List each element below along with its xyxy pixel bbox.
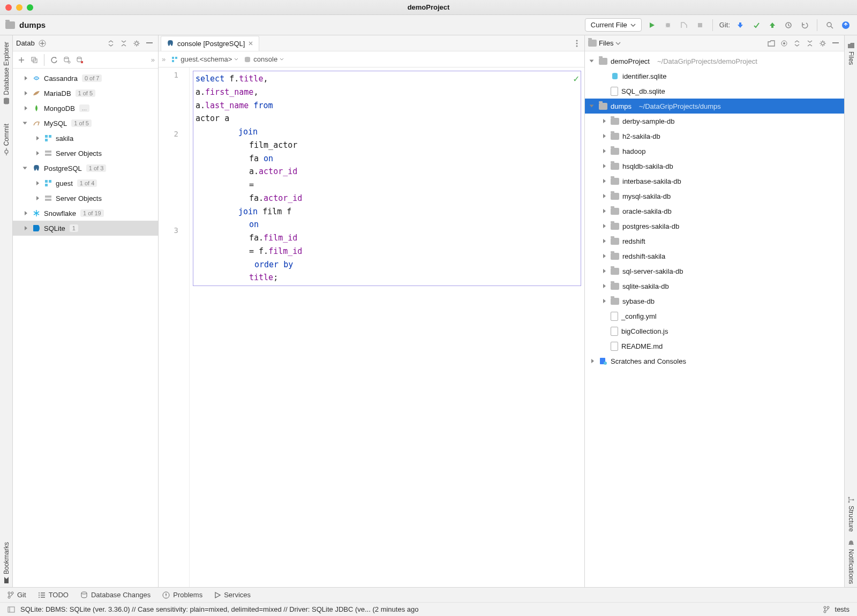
- caret-icon[interactable]: [35, 181, 41, 186]
- file-tree-item-mysql-sakila-db[interactable]: mysql-sakila-db: [585, 189, 844, 204]
- db-tree-item-mariadb[interactable]: MariaDB1 of 5: [13, 86, 158, 101]
- caret-icon[interactable]: [24, 76, 29, 81]
- branch-icon[interactable]: [823, 606, 830, 613]
- files-settings-button[interactable]: [817, 38, 828, 49]
- tab-menu-button[interactable]: [572, 38, 582, 49]
- caret-icon[interactable]: [602, 178, 607, 184]
- caret-icon[interactable]: [590, 58, 596, 64]
- caret-icon[interactable]: [590, 103, 596, 109]
- hide-panel-button[interactable]: [144, 38, 155, 49]
- file-tree-item-redshift-sakila[interactable]: redshift-sakila: [585, 249, 844, 264]
- breadcrumb-project[interactable]: dumps: [19, 20, 46, 29]
- history-button[interactable]: [783, 19, 794, 31]
- run-config-selector[interactable]: Current File: [585, 18, 642, 32]
- database-explorer-tool-button[interactable]: Database Explorer: [2, 39, 11, 108]
- caret-icon[interactable]: [24, 226, 29, 231]
- caret-icon[interactable]: [602, 133, 607, 139]
- notifications-tool-button[interactable]: Notifications: [846, 536, 856, 587]
- file-tree-item-bigcollection-js[interactable]: bigCollection.js: [585, 324, 844, 339]
- datasource-properties-button[interactable]: [62, 55, 72, 65]
- db-tree-item-server-objects[interactable]: Server Objects: [13, 191, 158, 206]
- file-tree-item-interbase-sakila-db[interactable]: interbase-sakila-db: [585, 174, 844, 189]
- close-window-button[interactable]: [5, 4, 12, 11]
- problems-tool-button[interactable]: Problems: [162, 591, 202, 599]
- caret-icon[interactable]: [602, 163, 607, 169]
- bookmarks-tool-button[interactable]: Bookmarks: [2, 539, 11, 587]
- maximize-window-button[interactable]: [27, 4, 33, 11]
- open-file-button[interactable]: [766, 38, 777, 49]
- file-tree-item--config-yml[interactable]: _config.yml: [585, 309, 844, 324]
- chevron-down-icon[interactable]: [615, 41, 621, 46]
- expand-all-button[interactable]: [106, 38, 116, 49]
- caret-icon[interactable]: [24, 106, 29, 111]
- editor-body[interactable]: 1 2 3 ✓ select f.title, a.first_name, a.…: [159, 67, 584, 587]
- console-selector[interactable]: console: [244, 55, 284, 63]
- file-tree-item-sql-server-sakila-db[interactable]: sql-server-sakila-db: [585, 264, 844, 279]
- search-button[interactable]: [824, 19, 836, 31]
- caret-icon[interactable]: [24, 121, 29, 126]
- hide-files-panel-button[interactable]: [830, 38, 841, 49]
- db-tree-item-server-objects[interactable]: Server Objects: [13, 146, 158, 161]
- file-tree-item-demoproject[interactable]: demoProject~/DataGripProjects/demoProjec…: [585, 54, 844, 69]
- structure-tool-button[interactable]: Structure: [846, 493, 856, 535]
- caret-icon[interactable]: [602, 283, 607, 289]
- refresh-button[interactable]: [49, 55, 59, 65]
- stop-button[interactable]: [694, 19, 706, 31]
- file-tree-item-dumps[interactable]: dumps~/DataGripProjects/dumps: [585, 99, 844, 114]
- caret-icon[interactable]: [602, 253, 607, 259]
- file-tree-item-sqlite-sakila-db[interactable]: sqlite-sakila-db: [585, 279, 844, 294]
- caret-icon[interactable]: [35, 151, 41, 156]
- file-tree-item-hadoop[interactable]: hadoop: [585, 144, 844, 159]
- caret-icon[interactable]: [602, 268, 607, 274]
- database-changes-tool-button[interactable]: Database Changes: [80, 591, 151, 599]
- git-tool-button[interactable]: Git: [7, 591, 26, 599]
- files-tool-button[interactable]: Files: [846, 39, 856, 68]
- duplicate-button[interactable]: [29, 55, 40, 65]
- debug-button[interactable]: [662, 19, 674, 31]
- update-project-button[interactable]: [734, 19, 746, 31]
- panel-settings-button[interactable]: [131, 38, 142, 49]
- close-tab-icon[interactable]: [248, 41, 253, 46]
- file-tree-item-sybase-db[interactable]: sybase-db: [585, 294, 844, 309]
- db-tree-item-mysql[interactable]: MySQL1 of 5: [13, 116, 158, 131]
- collapse-all-button[interactable]: [118, 38, 129, 49]
- db-tree-item-snowflake[interactable]: Snowflake1 of 19: [13, 206, 158, 221]
- caret-icon[interactable]: [602, 223, 607, 229]
- file-tree-item-scratches-and-consoles[interactable]: Scratches and Consoles: [585, 354, 844, 369]
- database-tree[interactable]: Cassandra0 of 7MariaDB1 of 5MongoDB...My…: [13, 69, 158, 587]
- caret-icon[interactable]: [35, 196, 41, 201]
- schema-selector[interactable]: guest.<schema>: [171, 55, 238, 63]
- todo-tool-button[interactable]: TODO: [38, 591, 69, 599]
- caret-icon[interactable]: [602, 118, 607, 124]
- db-tree-item-mongodb[interactable]: MongoDB...: [13, 101, 158, 116]
- rollback-button[interactable]: [799, 19, 810, 31]
- expand-all-files-button[interactable]: [792, 38, 802, 49]
- file-tree-item-h2-sakila-db[interactable]: h2-sakila-db: [585, 129, 844, 144]
- caret-icon[interactable]: [602, 193, 607, 199]
- update-ide-button[interactable]: [840, 19, 852, 31]
- caret-icon[interactable]: [24, 91, 29, 96]
- tool-windows-icon[interactable]: [7, 606, 15, 613]
- file-tree-item-oracle-sakila-db[interactable]: oracle-sakila-db: [585, 204, 844, 219]
- caret-icon[interactable]: [35, 136, 41, 141]
- commit-tool-button[interactable]: Commit: [2, 121, 11, 159]
- run-button[interactable]: [646, 19, 658, 31]
- select-opened-file-button[interactable]: [779, 38, 790, 49]
- run-with-coverage-button[interactable]: [678, 19, 690, 31]
- files-tree[interactable]: demoProject~/DataGripProjects/demoProjec…: [585, 51, 844, 587]
- inspection-ok-icon[interactable]: ✓: [573, 71, 579, 87]
- new-datasource-button[interactable]: [37, 38, 48, 49]
- minimize-window-button[interactable]: [16, 4, 22, 11]
- editor-tab-console[interactable]: console [PostgreSQL]: [161, 36, 259, 51]
- code-editor[interactable]: ✓ select f.title, a.first_name, a.last_n…: [190, 67, 584, 587]
- stop-datasource-button[interactable]: [74, 55, 85, 65]
- db-tree-item-guest[interactable]: guest1 of 4: [13, 176, 158, 191]
- file-tree-item-readme-md[interactable]: README.md: [585, 339, 844, 354]
- caret-icon[interactable]: [602, 208, 607, 214]
- caret-icon[interactable]: [24, 211, 29, 216]
- file-tree-item-sql-db-sqlite[interactable]: SQL_db.sqlite: [585, 84, 844, 99]
- services-tool-button[interactable]: Services: [214, 591, 251, 599]
- collapse-all-files-button[interactable]: [805, 38, 815, 49]
- file-tree-item-identifier-sqlite[interactable]: identifier.sqlite: [585, 69, 844, 84]
- caret-icon[interactable]: [602, 238, 607, 244]
